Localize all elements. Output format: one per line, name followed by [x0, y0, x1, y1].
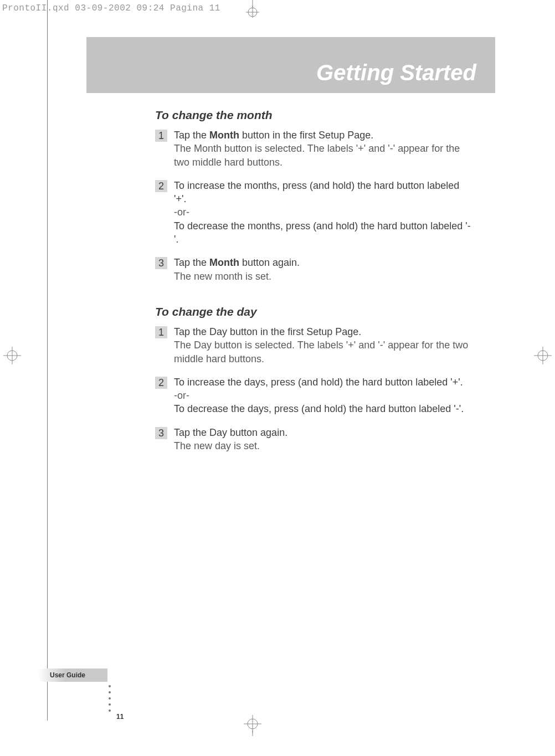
day-step-3: 3 Tap the Day button again. The new day … — [155, 426, 471, 453]
bold-text: Month — [209, 130, 239, 141]
step-number: 1 — [155, 130, 167, 142]
sub-text: The new day is set. — [174, 440, 260, 451]
step-body: To increase the days, press (and hold) t… — [174, 376, 471, 416]
text: To increase the months, press (and hold)… — [174, 180, 459, 204]
step-number: 2 — [155, 377, 167, 389]
footer-dots — [109, 685, 148, 712]
month-step-1: 1 Tap the Month button in the first Setu… — [155, 128, 471, 169]
heading-change-month: To change the month — [155, 109, 471, 122]
day-step-2: 2 To increase the days, press (and hold)… — [155, 376, 471, 416]
step-number: 2 — [155, 180, 167, 192]
text: To increase the days, press (and hold) t… — [174, 377, 463, 388]
user-guide-label: User Guide — [38, 668, 107, 682]
text: Tap the — [174, 130, 209, 141]
crop-mark-right — [531, 343, 555, 368]
margin-rule — [47, 0, 48, 721]
or-text: -or- — [174, 390, 189, 401]
step-body: Tap the Day button again. The new day is… — [174, 426, 471, 453]
month-step-3: 3 Tap the Month button again. The new mo… — [155, 256, 471, 283]
sub-text: The new month is set. — [174, 271, 271, 282]
crop-mark-left — [0, 343, 24, 368]
crop-mark-bottom — [240, 712, 265, 736]
text: Tap the Day button again. — [174, 427, 287, 438]
body-content: To change the month 1 Tap the Month butt… — [155, 105, 471, 462]
step-body: Tap the Month button again. The new mont… — [174, 256, 471, 283]
sub-text: The Day button is selected. The labels '… — [174, 340, 468, 364]
step-number: 3 — [155, 257, 167, 269]
text: button in the first Setup Page. — [239, 130, 373, 141]
or-text: -or- — [174, 207, 189, 218]
text: Tap the Day button in the first Setup Pa… — [174, 326, 361, 337]
page-number: 11 — [116, 713, 124, 721]
month-step-2: 2 To increase the months, press (and hol… — [155, 179, 471, 246]
heading-change-day: To change the day — [155, 305, 471, 318]
step-body: Tap the Month button in the first Setup … — [174, 128, 471, 169]
footer: User Guide — [38, 668, 148, 712]
sub-text: The Month button is selected. The labels… — [174, 143, 460, 167]
text: button again. — [239, 257, 300, 268]
step-body: To increase the months, press (and hold)… — [174, 179, 471, 246]
text: Tap the — [174, 257, 209, 268]
step-body: Tap the Day button in the first Setup Pa… — [174, 325, 471, 366]
bold-text: Month — [209, 257, 239, 268]
chapter-title: Getting Started — [316, 60, 476, 85]
text: To decrease the months, press (and hold)… — [174, 220, 471, 245]
text: To decrease the days, press (and hold) t… — [174, 403, 464, 414]
day-step-1: 1 Tap the Day button in the first Setup … — [155, 325, 471, 366]
chapter-banner: Getting Started — [86, 37, 495, 93]
step-number: 1 — [155, 326, 167, 338]
step-number: 3 — [155, 427, 167, 439]
